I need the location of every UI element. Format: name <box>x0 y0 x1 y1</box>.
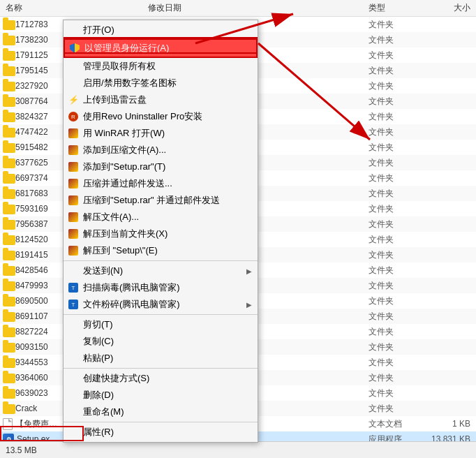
folder-icon <box>3 312 15 322</box>
menu-item-extract[interactable]: 解压文件(A)... <box>64 209 258 226</box>
menu-item-label: 解压文件(A)... <box>83 211 139 223</box>
folder-icon <box>3 281 15 291</box>
menu-item-cut[interactable]: 剪切(T) <box>64 316 258 333</box>
menu-item-compress-setup-email[interactable]: 压缩到"Setup.rar" 并通过邮件发送 <box>64 192 258 209</box>
file-type: 文件夹 <box>369 126 424 138</box>
menu-item-revo-install[interactable]: R使用Revo Uninstaller Pro安装 <box>64 108 258 125</box>
file-type: 文件夹 <box>369 34 424 46</box>
file-type: 文件夹 <box>369 280 424 292</box>
menu-item-run-as-admin[interactable]: 以管理员身份运行(A) <box>64 38 258 58</box>
context-menu[interactable]: 打开(O)以管理员身份运行(A)管理员取得所有权启用/禁用数字签名图标⚡上传到迅… <box>63 20 258 443</box>
folder-icon <box>3 389 15 399</box>
folder-icon <box>3 251 15 260</box>
folder-icon <box>3 112 15 122</box>
menu-item-copy[interactable]: 复制(C) <box>64 333 258 350</box>
thunder-icon: ⚡ <box>68 94 79 105</box>
folder-icon <box>3 36 15 45</box>
col-name-header[interactable]: 名称 <box>3 2 142 14</box>
file-type: 文件夹 <box>369 295 424 307</box>
folder-icon <box>3 158 15 168</box>
file-type: 文件夹 <box>369 50 424 61</box>
menu-item-label: 发送到(N) <box>83 265 123 277</box>
file-type: 文件夹 <box>369 203 424 215</box>
winrar-icon <box>68 128 79 139</box>
file-size: 1 KB <box>424 419 473 429</box>
menu-item-label: 打开(O) <box>83 24 114 36</box>
explorer-background: 名称 修改日期 类型 大小 1712783 文件夹 1738230 文件夹 17… <box>0 0 476 458</box>
file-type: 文件夹 <box>369 157 424 169</box>
file-type: 文件夹 <box>369 311 424 323</box>
file-type: 文件夹 <box>369 234 424 246</box>
menu-item-label: 启用/禁用数字签名图标 <box>83 77 177 89</box>
folder-icon <box>3 220 15 230</box>
menu-item-compress-email[interactable]: 压缩并通过邮件发送... <box>64 175 258 192</box>
col-type-header[interactable]: 类型 <box>369 2 424 14</box>
doc-icon <box>3 418 13 430</box>
folder-icon <box>3 374 15 383</box>
menu-item-take-ownership[interactable]: 管理员取得所有权 <box>64 58 258 75</box>
menu-item-paste[interactable]: 粘贴(P) <box>64 350 258 367</box>
menu-separator <box>64 368 258 369</box>
tencent-icon: T <box>68 299 79 310</box>
winrar-icon <box>68 228 79 239</box>
menu-item-delete[interactable]: 删除(D) <box>64 387 258 404</box>
menu-item-properties[interactable]: 属性(R) <box>64 424 258 441</box>
menu-item-label: 解压到当前文件夹(X) <box>83 228 168 240</box>
menu-item-add-compress[interactable]: 添加到压缩文件(A)... <box>64 142 258 158</box>
menu-item-label: 管理员取得所有权 <box>83 60 156 73</box>
menu-item-file-shred[interactable]: T文件粉碎(腾讯电脑管家)▶ <box>64 296 258 313</box>
folder-icon <box>3 66 15 76</box>
menu-separator <box>64 314 258 315</box>
file-type: 文件夹 <box>369 65 424 77</box>
col-size-header[interactable]: 大小 <box>424 2 473 14</box>
folder-icon <box>3 143 15 153</box>
menu-item-label: 扫描病毒(腾讯电脑管家) <box>83 281 180 294</box>
tencent-icon: T <box>68 282 79 293</box>
revo-icon: R <box>68 111 79 122</box>
menu-item-scan-virus[interactable]: T扫描病毒(腾讯电脑管家) <box>64 279 258 296</box>
menu-item-label: 以管理员身份运行(A) <box>84 42 169 54</box>
folder-icon <box>3 82 15 91</box>
menu-item-label: 重命名(M) <box>83 406 124 418</box>
menu-item-extract-setup[interactable]: 解压到 "Setup\"(E) <box>64 242 258 259</box>
menu-item-label: 创建快捷方式(S) <box>83 372 149 385</box>
menu-item-send-to[interactable]: 发送到(N)▶ <box>64 263 258 279</box>
menu-item-add-setup-rar[interactable]: 添加到"Setup.rar"(T) <box>64 158 258 175</box>
menu-item-open[interactable]: 打开(O) <box>64 22 258 38</box>
file-type: 文件夹 <box>369 80 424 92</box>
menu-item-label: 上传到迅雷云盘 <box>83 94 147 106</box>
menu-item-winrar-open[interactable]: 用 WinRAR 打开(W) <box>64 125 258 142</box>
file-type: 文件夹 <box>369 265 424 276</box>
folder-icon <box>3 404 15 414</box>
file-type: 文件夹 <box>369 372 424 384</box>
menu-item-label: 解压到 "Setup\"(E) <box>83 244 158 257</box>
menu-item-label: 压缩并通过邮件发送... <box>83 177 172 190</box>
submenu-arrow: ▶ <box>246 301 252 309</box>
file-type: 文件夹 <box>369 111 424 123</box>
folder-icon <box>3 235 15 245</box>
shield-icon <box>69 43 80 54</box>
folder-icon <box>3 20 15 30</box>
menu-item-label: 删除(D) <box>83 389 114 401</box>
menu-item-rename[interactable]: 重命名(M) <box>64 404 258 420</box>
winrar-icon <box>68 212 79 223</box>
menu-item-label: 粘贴(P) <box>83 352 113 364</box>
file-type: 文件夹 <box>369 19 424 31</box>
folder-icon <box>3 358 15 368</box>
file-type: 文件夹 <box>369 387 424 399</box>
file-type: 文件夹 <box>369 219 424 230</box>
menu-item-create-shortcut[interactable]: 创建快捷方式(S) <box>64 370 258 387</box>
menu-item-digital-sign[interactable]: 启用/禁用数字签名图标 <box>64 75 258 91</box>
column-headers: 名称 修改日期 类型 大小 <box>0 0 476 17</box>
folder-icon <box>3 343 15 353</box>
col-date-header[interactable]: 修改日期 <box>142 2 369 14</box>
file-type: 文本文档 <box>369 418 424 430</box>
menu-item-label: 压缩到"Setup.rar" 并通过邮件发送 <box>83 194 220 207</box>
submenu-arrow: ▶ <box>246 267 252 275</box>
folder-icon <box>3 189 15 199</box>
menu-separator <box>64 260 258 261</box>
menu-item-upload-yunpan[interactable]: ⚡上传到迅雷云盘 <box>64 91 258 108</box>
file-type: 文件夹 <box>369 142 424 154</box>
file-type: 文件夹 <box>369 249 424 261</box>
menu-item-extract-here[interactable]: 解压到当前文件夹(X) <box>64 226 258 242</box>
